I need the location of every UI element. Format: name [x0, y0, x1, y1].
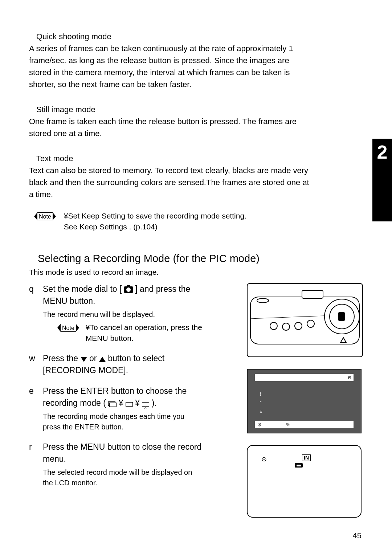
svg-point-8 — [307, 320, 314, 327]
note-keep-setting: Note ¥Set Keep Setting to save the recor… — [34, 211, 312, 232]
page-number: 45 — [353, 531, 362, 540]
svg-point-5 — [270, 322, 277, 330]
svg-point-6 — [282, 323, 290, 330]
section-heading: Selecting a Recording Mode (for the PIC … — [38, 253, 312, 265]
text-mode-title: Text mode — [36, 152, 312, 164]
quick-mode-body: A series of frames can be taken continuo… — [29, 42, 312, 90]
note-icon: Note — [34, 212, 56, 220]
quick-mode-title: Quick shooting mode — [36, 30, 312, 42]
text-mode-icon — [142, 402, 149, 407]
chapter-tab: 2 Basic Shooting — [372, 139, 392, 221]
camera-icon — [124, 286, 133, 293]
figures-column: ⎘ ! " # $ % ⊛ IN — [247, 283, 363, 518]
text-mode-body: Text can also be stored to memory. To re… — [29, 164, 312, 200]
step-4: r Press the MENU button to close the rec… — [29, 441, 203, 488]
note-icon: Note — [57, 324, 79, 332]
still-mode-body: One frame is taken each time the release… — [29, 115, 312, 139]
quick-mode-icon — [108, 401, 116, 407]
arrow-up-icon — [99, 357, 106, 362]
recording-mode-indicator-icon — [295, 463, 303, 468]
chapter-number: 2 — [372, 139, 392, 163]
steps-area: q Set the mode dial to [ ] and press the… — [29, 283, 363, 518]
step-3: e Press the ENTER button to choose the r… — [29, 385, 203, 432]
body-text: Quick shooting mode A series of frames c… — [29, 30, 312, 278]
steps-column: q Set the mode dial to [ ] and press the… — [29, 283, 203, 497]
step-2: w Press the or button to select [RECORDI… — [29, 352, 203, 376]
svg-point-7 — [295, 322, 302, 330]
section-subhead: This mode is used to record an image. — [29, 266, 312, 278]
svg-rect-1 — [302, 290, 323, 298]
svg-point-11 — [257, 298, 269, 303]
flash-icon: ⊛ — [261, 455, 267, 463]
internal-memory-icon: IN — [302, 454, 311, 461]
note-text: ¥Set Keep Setting to save the recording … — [64, 211, 246, 232]
svg-rect-4 — [338, 312, 345, 321]
step-1: q Set the mode dial to [ ] and press the… — [29, 283, 203, 344]
step1-note: Note ¥To cancel an operation, press the … — [57, 322, 203, 344]
still-mode-title: Still image mode — [36, 103, 312, 115]
figure-camera — [247, 283, 363, 357]
figure-lcd: ⊛ IN — [247, 445, 362, 518]
arrow-down-icon — [81, 357, 87, 362]
recording-mode-menu-icon: ⎘ — [348, 375, 351, 380]
figure-menu-screen: ⎘ ! " # $ % — [247, 369, 362, 433]
still-mode-icon — [126, 402, 133, 407]
manual-page: 2 Basic Shooting Quick shooting mode A s… — [0, 0, 392, 555]
